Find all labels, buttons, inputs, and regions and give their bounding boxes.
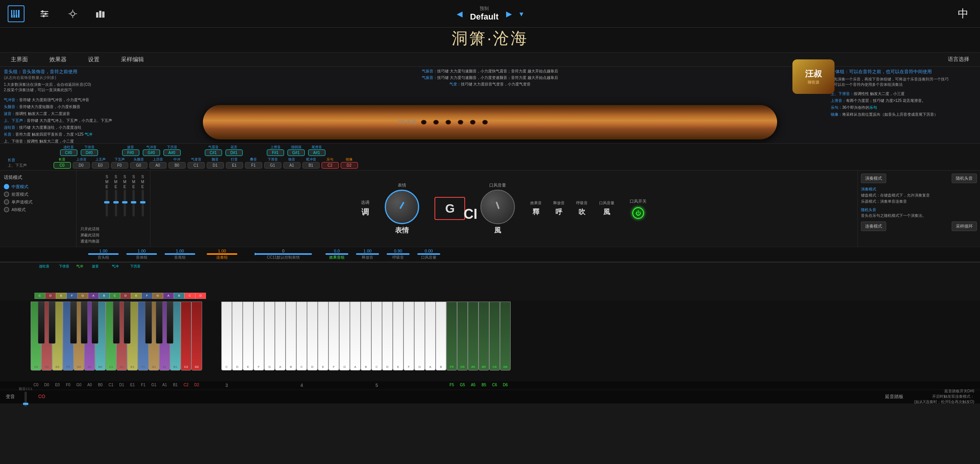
bars-icon[interactable]: [93, 5, 109, 22]
key-b0[interactable]: B0: [168, 162, 186, 169]
sample-loop-btn[interactable]: 采样循环: [952, 221, 977, 231]
white-key-oct3-f[interactable]: F: [253, 302, 264, 371]
key-d0[interactable]: D0: [73, 162, 90, 169]
white-key-oct5-d[interactable]: D: [382, 302, 393, 371]
cc1-fader[interactable]: [24, 392, 27, 407]
white-key-oct5-g[interactable]: G: [414, 302, 425, 371]
nav-effects[interactable]: 效果器: [46, 54, 70, 65]
white-key-oct3-d[interactable]: D: [232, 302, 243, 371]
gear-icon[interactable]: [64, 5, 81, 22]
white-key-oct3-e[interactable]: E: [243, 302, 253, 371]
airwind-knob[interactable]: [480, 190, 515, 224]
black-key-gs0[interactable]: [81, 302, 88, 344]
white-key-oct5-a[interactable]: A: [425, 302, 436, 371]
key-b1[interactable]: B1: [302, 162, 320, 169]
key-d2[interactable]: D2: [341, 162, 358, 169]
white-key-oct4-b[interactable]: B: [361, 302, 371, 371]
white-key-oct4-e[interactable]: E: [318, 302, 328, 371]
key-d1[interactable]: D1: [207, 162, 224, 169]
key-f-sharp-0[interactable]: F#0: [122, 149, 139, 156]
mic-mode-center[interactable]: 中置模式: [4, 184, 72, 190]
white-key-oct5-f[interactable]: F: [403, 302, 414, 371]
key-c0[interactable]: C0: [54, 162, 71, 169]
white-key-oct4-f[interactable]: F: [328, 302, 339, 371]
key-a-sharp-1[interactable]: A#1: [308, 149, 325, 156]
white-key-oct3-c[interactable]: C: [221, 302, 232, 371]
fader-front[interactable]: [115, 190, 117, 216]
dropdown-preset-btn[interactable]: ▾: [519, 9, 523, 18]
black-key-fs0[interactable]: [70, 302, 77, 344]
key-f-sharp-1[interactable]: F#1: [267, 149, 284, 156]
white-key-g5-spec[interactable]: G5: [457, 302, 468, 371]
key-g0[interactable]: G0: [130, 162, 147, 169]
key-a1[interactable]: A1: [283, 162, 301, 169]
black-key-ds1[interactable]: [124, 302, 131, 344]
white-key-oct5-e[interactable]: E: [393, 302, 403, 371]
key-a-sharp-0[interactable]: A#0: [163, 149, 181, 156]
mic-mode-mono[interactable]: 单声道模式: [4, 199, 72, 205]
white-key-oct3-g[interactable]: G: [264, 302, 275, 371]
white-key-oct5-b[interactable]: B: [436, 302, 446, 371]
black-key-cs1[interactable]: [113, 302, 120, 344]
key-a0[interactable]: A0: [149, 162, 167, 169]
play-mode-btn[interactable]: 演奏模式: [861, 174, 886, 183]
white-key-oct4-c[interactable]: C: [296, 302, 307, 371]
next-preset-btn[interactable]: ▶: [506, 9, 512, 18]
white-key-oct5-c[interactable]: C: [371, 302, 382, 371]
expression-knob[interactable]: [385, 190, 419, 224]
white-key-oct4-d[interactable]: D: [307, 302, 318, 371]
black-key-fs1[interactable]: [145, 302, 152, 344]
fader-rear-thumb: [122, 201, 127, 203]
key-g1[interactable]: G1: [264, 162, 281, 169]
legato-mode-btn[interactable]: 连奏模式: [861, 221, 886, 231]
white-key-a5-spec[interactable]: A5: [468, 302, 479, 371]
nav-main[interactable]: 主界面: [8, 54, 31, 65]
black-key-as0[interactable]: [91, 302, 98, 344]
filter-icon[interactable]: [36, 5, 53, 22]
play-mode-desc: 演奏模式 键盘模式：在键盘模式下，允许演奏复音 乐器模式：演奏单音连奏音: [861, 186, 977, 205]
white-key-d2[interactable]: D2: [191, 302, 202, 371]
white-key-d6-spec[interactable]: D6: [500, 302, 511, 371]
key-select-group: 选调 调: [361, 200, 369, 217]
black-key-gs1[interactable]: [156, 302, 163, 344]
mic-mode-ab[interactable]: AB模式: [4, 207, 72, 213]
white-key-oct3-a[interactable]: A: [275, 302, 286, 371]
fader-center[interactable]: [106, 190, 108, 216]
prev-preset-btn[interactable]: ◀: [457, 9, 462, 18]
key-g-sharp-0[interactable]: G#0: [143, 149, 160, 156]
key-g-sharp-1[interactable]: G#1: [287, 149, 305, 156]
nav-settings[interactable]: 设置: [85, 54, 103, 65]
fader-main[interactable]: [142, 190, 144, 216]
note-label-gap: [202, 383, 221, 388]
random-head-btn[interactable]: 随机头音: [952, 174, 977, 183]
black-key-cs0[interactable]: [38, 302, 45, 344]
white-key-b5-spec[interactable]: B5: [479, 302, 489, 371]
white-key-oct4-g[interactable]: G: [339, 302, 350, 371]
black-key-as1[interactable]: [167, 302, 173, 344]
key-f1[interactable]: F1: [245, 162, 262, 169]
key-d-sharp-1[interactable]: D#1: [225, 149, 243, 156]
key-c-sharp-0[interactable]: C#0: [60, 149, 77, 156]
key-e1[interactable]: E1: [226, 162, 243, 169]
white-key-c2[interactable]: C2: [181, 302, 191, 371]
lang-select[interactable]: 语言选择: [945, 54, 972, 64]
black-key-ds0[interactable]: [49, 302, 56, 344]
note-label-b0: B0: [95, 383, 106, 388]
mouth-power-btn[interactable]: ⏻: [632, 207, 644, 219]
white-key-c6-spec[interactable]: C6: [489, 302, 500, 371]
white-key-f5-spec[interactable]: F5: [446, 302, 457, 371]
key-c2[interactable]: C2: [322, 162, 339, 169]
key-f0[interactable]: F0: [111, 162, 128, 169]
key-c1[interactable]: C1: [188, 162, 205, 169]
key-e0[interactable]: E0: [92, 162, 109, 169]
piano-icon[interactable]: [8, 5, 24, 22]
key-d-sharp-0[interactable]: D#0: [81, 149, 98, 156]
lang-btn-top[interactable]: 中: [958, 7, 969, 21]
white-key-oct3-b[interactable]: B: [286, 302, 296, 371]
white-key-oct4-a[interactable]: A: [350, 302, 361, 371]
fader-double[interactable]: [132, 190, 135, 216]
key-c-sharp-1[interactable]: C#1: [205, 149, 222, 156]
fader-rear[interactable]: [124, 190, 126, 216]
mic-mode-front[interactable]: 前置模式: [4, 192, 72, 197]
nav-sample-edit[interactable]: 采样编辑: [118, 54, 147, 65]
